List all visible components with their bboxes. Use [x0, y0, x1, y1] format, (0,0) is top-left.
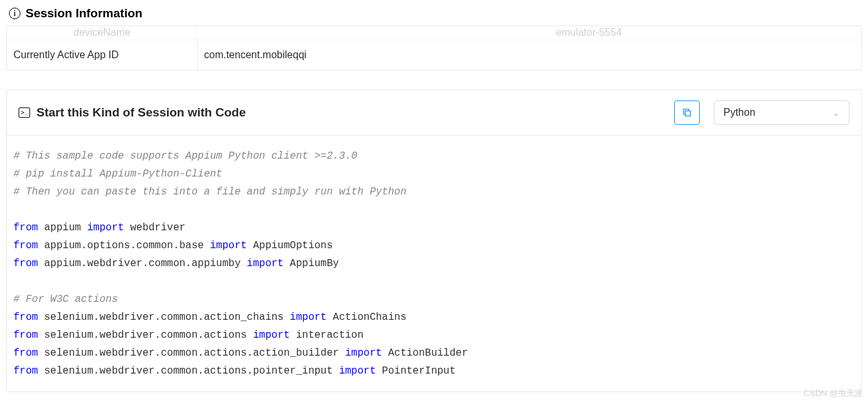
table-row: deviceName emulator-5554 [7, 26, 861, 40]
code-block: # This sample code supports Appium Pytho… [7, 136, 861, 391]
code-section: Start this Kind of Session with Code Pyt… [6, 90, 862, 392]
copy-button[interactable] [674, 100, 700, 125]
session-info-panel: deviceName emulator-5554 Currently Activ… [6, 26, 862, 70]
table-row: Currently Active App ID com.tencent.mobi… [7, 40, 861, 70]
watermark: CSDN @虫无涯 [803, 388, 863, 399]
svg-rect-0 [685, 111, 690, 116]
info-value: emulator-5554 [198, 27, 861, 40]
copy-icon [682, 107, 692, 118]
info-value: com.tencent.mobileqqi [198, 40, 861, 70]
info-label: Currently Active App ID [7, 40, 198, 70]
language-select-value: Python [723, 107, 755, 118]
terminal-icon [19, 107, 30, 118]
code-header: Start this Kind of Session with Code Pyt… [7, 90, 861, 136]
info-icon [9, 8, 20, 19]
info-label: deviceName [7, 27, 198, 40]
language-select[interactable]: Python ⌄ [714, 100, 849, 125]
session-info-header: Session Information [0, 0, 868, 26]
session-info-title: Session Information [26, 6, 143, 20]
chevron-down-icon: ⌄ [832, 107, 840, 118]
code-section-title: Start this Kind of Session with Code [36, 106, 668, 120]
